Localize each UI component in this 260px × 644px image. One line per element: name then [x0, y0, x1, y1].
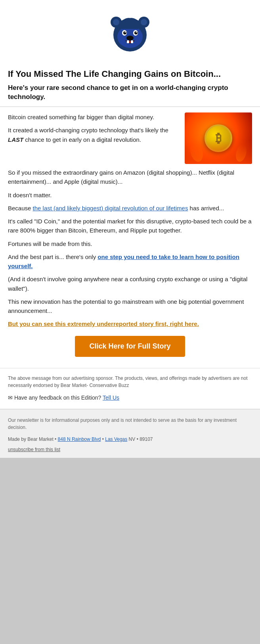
footer-disclaimer: Our newsletter is for informational purp…	[8, 417, 252, 431]
feedback-link[interactable]: Tell Us	[103, 394, 119, 401]
footer-unsubscribe: unsubscribe from this list	[8, 447, 252, 452]
intro-row: Bitcoin created something far bigger tha…	[8, 112, 252, 164]
feedback-text: Have any feedback on this Edition?	[14, 394, 103, 401]
feedback-row: ✉ Have any feedback on this Edition? Tel…	[8, 394, 252, 401]
svg-point-3	[113, 19, 119, 25]
para2: It created a world-changing crypto techn…	[8, 126, 179, 144]
story-link[interactable]: But you can see this extremely underrepo…	[8, 320, 199, 327]
address-street-link[interactable]: 848 N Rainbow Blvd	[58, 436, 101, 442]
unsubscribe-link[interactable]: unsubscribe from this list	[8, 447, 60, 452]
cta-button-row: Click Here for Full Story	[8, 336, 252, 357]
para7: Fortunes will be made from this.	[8, 239, 252, 248]
svg-rect-13	[127, 40, 129, 43]
gray-bottom-area	[0, 458, 260, 561]
svg-point-4	[141, 19, 147, 25]
bear-logo	[106, 7, 154, 59]
svg-point-11	[136, 32, 137, 33]
headline-sub: Here's your rare second chance to get in…	[8, 83, 252, 102]
bitcoin-image: ₿	[185, 112, 252, 164]
cta-button[interactable]: Click Here for Full Story	[75, 336, 185, 357]
para1: Bitcoin created something far bigger tha…	[8, 112, 179, 122]
para3: So if you missed the extraordinary gains…	[8, 168, 252, 187]
bitcoin-image-col: ₿	[185, 112, 252, 164]
para9: (And it doesn't involve going anywhere n…	[8, 274, 252, 293]
svg-rect-14	[131, 40, 133, 43]
address-city-link[interactable]: Las Vegas	[105, 436, 127, 442]
para11: But you can see this extremely underrepo…	[8, 319, 252, 328]
revolution-link[interactable]: the last (and likely biggest) digital re…	[33, 205, 188, 211]
sponsor-text: The above message from our advertising s…	[8, 375, 252, 389]
svg-point-12	[126, 36, 134, 40]
para10: This new innovation has the potential to…	[8, 297, 252, 316]
logo-section	[0, 0, 260, 64]
feedback-icon: ✉	[8, 394, 13, 401]
para4: It doesn't matter.	[8, 191, 252, 200]
intro-text: Bitcoin created something far bigger tha…	[8, 112, 179, 164]
headline-section: If You Missed The Life Changing Gains on…	[0, 64, 260, 107]
footer-address: Made by Bear Market • 848 N Rainbow Blvd…	[8, 436, 252, 442]
svg-point-10	[125, 32, 126, 33]
sponsor-section: The above message from our advertising s…	[0, 368, 260, 409]
footer-section: Our newsletter is for informational purp…	[0, 409, 260, 458]
headline-main: If You Missed The Life Changing Gains on…	[8, 69, 252, 80]
para8: And the best part is... there's only one…	[8, 252, 252, 271]
body-section: Bitcoin created something far bigger tha…	[0, 107, 260, 368]
para5: Because the last (and likely biggest) di…	[8, 204, 252, 213]
para6: It's called "ID Coin," and the potential…	[8, 217, 252, 235]
